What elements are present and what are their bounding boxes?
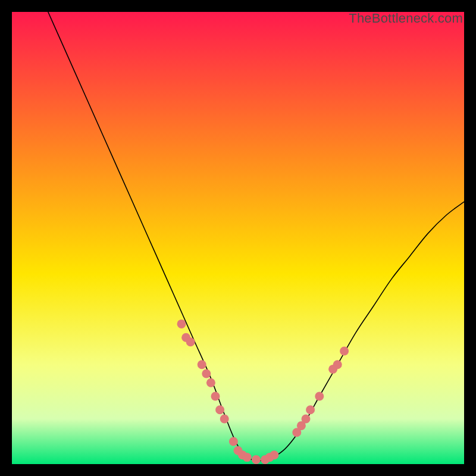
data-marker [211, 392, 220, 401]
data-marker [229, 437, 238, 446]
data-marker [252, 455, 261, 464]
bottleneck-curve [48, 12, 464, 461]
data-marker [243, 453, 252, 462]
data-marker [302, 415, 311, 424]
data-marker [333, 360, 342, 369]
marker-group [177, 320, 349, 464]
data-marker [315, 392, 324, 401]
data-marker [215, 405, 224, 414]
data-marker [270, 450, 278, 459]
data-marker [306, 405, 315, 414]
chart-svg [12, 12, 464, 464]
data-marker [220, 415, 229, 424]
data-marker [340, 347, 349, 356]
data-marker [177, 320, 186, 328]
data-marker [186, 337, 195, 346]
data-marker [202, 369, 211, 378]
plot-frame: TheBottleneck.com [12, 12, 464, 464]
watermark-text: TheBottleneck.com [349, 11, 463, 26]
data-marker [198, 360, 206, 369]
data-marker [206, 378, 215, 387]
